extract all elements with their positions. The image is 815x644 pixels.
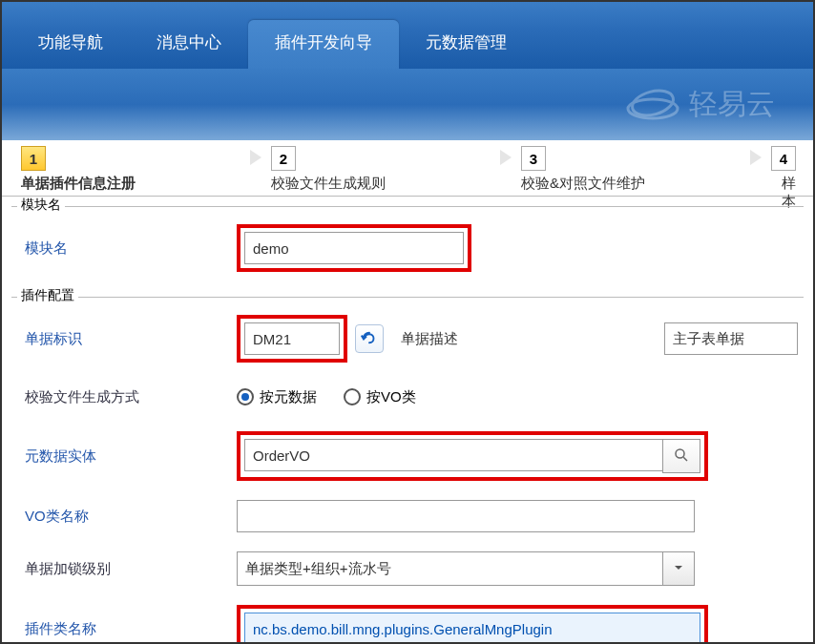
row-module-name: 模块名 demo: [11, 215, 804, 281]
select-value: 单据类型+组织+流水号: [237, 551, 662, 586]
tab-metadata[interactable]: 元数据管理: [399, 20, 533, 69]
plugin-class-input[interactable]: nc.bs.demo.bill.mng.plugins.GeneralMngPl…: [244, 613, 700, 644]
row-meta-entity: 元数据实体 OrderVO: [11, 422, 804, 490]
row-plugin-class: 插件类名称 nc.bs.demo.bill.mng.plugins.Genera…: [11, 595, 804, 644]
form-area: 模块名 模块名 demo 插件配置 单据标识 DM21: [2, 197, 813, 644]
main-tabs: 功能导航 消息中心 插件开发向导 元数据管理: [2, 2, 813, 69]
bill-id-input[interactable]: DM21: [244, 322, 340, 355]
radio-icon: [344, 388, 361, 405]
row-gen-mode: 校验文件生成方式 按元数据 按VO类: [11, 372, 804, 422]
label-vo-class: VO类名称: [17, 508, 237, 526]
step-num: 2: [271, 146, 296, 171]
watermark-text: 轻易云: [689, 85, 775, 124]
module-name-input[interactable]: demo: [244, 232, 464, 264]
sub-header: 轻易云: [2, 69, 813, 140]
highlight-box: OrderVO: [237, 431, 708, 481]
label-module-name: 模块名: [17, 239, 237, 258]
lock-level-select[interactable]: 单据类型+组织+流水号: [237, 551, 695, 586]
label-gen-mode: 校验文件生成方式: [17, 388, 237, 406]
highlight-box: DM21: [237, 315, 347, 363]
step-3[interactable]: 3 校验&对照文件维护: [502, 140, 752, 196]
wizard-steps: 1 单据插件信息注册 2 校验文件生成规则 3 校验&对照文件维护 4 样本: [2, 140, 813, 196]
step-label: 单据插件信息注册: [21, 175, 242, 193]
search-button[interactable]: [662, 439, 700, 473]
tab-plugin-wizard[interactable]: 插件开发向导: [248, 20, 399, 69]
radio-label: 按VO类: [366, 388, 416, 406]
tab-nav[interactable]: 功能导航: [11, 20, 130, 69]
vo-class-input[interactable]: [237, 500, 695, 532]
fieldset-module: 模块名 模块名 demo: [11, 197, 804, 281]
step-4[interactable]: 4 样本: [752, 140, 813, 196]
step-num: 4: [771, 146, 796, 171]
row-vo-class: VO类名称: [11, 490, 804, 542]
fieldset-plugin: 插件配置 单据标识 DM21 单据描述 主子表单据: [11, 287, 804, 644]
fieldset-title: 模块名: [17, 197, 65, 214]
tab-messages[interactable]: 消息中心: [130, 20, 248, 69]
step-num: 1: [21, 146, 46, 171]
row-bill-id: 单据标识 DM21 单据描述 主子表单据: [11, 305, 804, 372]
chevron-down-icon: [673, 561, 684, 576]
fieldset-title: 插件配置: [17, 287, 78, 304]
svg-line-3: [683, 457, 687, 461]
radio-meta[interactable]: 按元数据: [237, 388, 317, 406]
undo-button[interactable]: [355, 324, 384, 353]
watermark: 轻易云: [624, 84, 775, 125]
search-icon: [673, 447, 690, 467]
step-num: 3: [521, 146, 546, 171]
label-lock-level: 单据加锁级别: [17, 560, 237, 578]
highlight-box: demo: [237, 224, 471, 272]
cloud-icon: [624, 84, 681, 125]
step-label: 校验文件生成规则: [271, 175, 492, 193]
label-plugin-class: 插件类名称: [17, 620, 237, 638]
step-label: 校验&对照文件维护: [521, 175, 742, 193]
radio-label: 按元数据: [260, 388, 317, 406]
dropdown-button[interactable]: [662, 551, 695, 586]
undo-icon: [361, 329, 378, 349]
bill-desc-input[interactable]: 主子表单据: [664, 322, 798, 355]
meta-entity-input[interactable]: OrderVO: [244, 439, 662, 471]
highlight-box: nc.bs.demo.bill.mng.plugins.GeneralMngPl…: [237, 605, 708, 644]
label-bill-id: 单据标识: [17, 330, 237, 348]
radio-vo[interactable]: 按VO类: [344, 388, 416, 406]
label-meta-entity: 元数据实体: [17, 447, 237, 466]
step-2[interactable]: 2 校验文件生成规则: [252, 140, 502, 196]
svg-point-2: [676, 449, 684, 458]
row-lock-level: 单据加锁级别 单据类型+组织+流水号: [11, 542, 804, 595]
step-1[interactable]: 1 单据插件信息注册: [2, 140, 252, 196]
radio-icon: [237, 388, 254, 405]
label-bill-desc: 单据描述: [401, 330, 458, 348]
